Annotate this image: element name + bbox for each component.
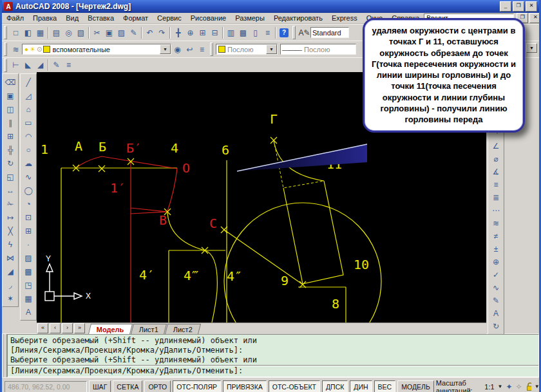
tab-next-icon[interactable]: › — [62, 323, 73, 333]
command-window-grab-bar[interactable] — [2, 334, 7, 377]
extend-icon[interactable]: ↦ — [5, 210, 17, 224]
zoom-window-icon[interactable]: ⊞ — [196, 26, 209, 39]
status-toggle-вес[interactable]: ВЕС — [374, 380, 396, 392]
layer-lock-icon[interactable]: ⊙ — [37, 46, 42, 53]
gradient-icon[interactable]: ▩ — [23, 265, 35, 278]
annotation-scale-value[interactable]: 1:1 — [484, 383, 494, 391]
polyline-icon[interactable]: ◿ — [23, 89, 35, 102]
status-toggle-шаг[interactable]: ШАГ — [89, 380, 111, 392]
dim-diameter-icon[interactable]: ⌀ — [490, 153, 502, 165]
annotation-scale-arrow-icon[interactable]: ▼ — [498, 384, 503, 389]
toolbar-grip[interactable] — [210, 42, 213, 56]
doc-close-button[interactable]: ✕ — [529, 13, 541, 23]
status-toggle-дпск[interactable]: ДПСК — [322, 380, 348, 392]
plot-icon[interactable]: ▤ — [50, 26, 62, 39]
tab-модель[interactable]: Модель — [88, 324, 133, 334]
layer-properties-icon[interactable]: ≋ — [10, 43, 22, 55]
lineweight-combo-arrow[interactable]: ▼ — [526, 43, 537, 53]
arc-icon[interactable]: ◠ — [23, 129, 35, 143]
tab-лист1[interactable]: Лист1 — [131, 324, 167, 334]
copy-icon[interactable]: ▣ — [103, 26, 115, 39]
hatch-icon[interactable]: ▨ — [23, 251, 35, 265]
spline-icon[interactable]: ∿ — [23, 170, 35, 183]
zoom-previous-icon[interactable]: ⊟ — [209, 26, 221, 39]
copy-obj-icon[interactable]: ▣ — [5, 89, 17, 102]
menu-вставка[interactable]: Вставка — [83, 14, 119, 23]
toolbar-grip[interactable] — [4, 26, 7, 39]
wedge-dim-icon[interactable]: ◢ — [34, 59, 46, 71]
text-style-combo[interactable]: Standard — [310, 27, 349, 38]
save-icon[interactable]: ▦ — [34, 26, 46, 39]
dim-baseline-icon[interactable]: ≣ — [490, 191, 502, 204]
publish-icon[interactable]: ▧ — [75, 26, 87, 39]
layer-previous-icon[interactable]: ↩ — [184, 43, 196, 55]
region-icon[interactable]: ◳ — [23, 278, 35, 292]
status-menu-arrow-icon[interactable]: ▼ — [535, 384, 540, 389]
multiline-text-icon[interactable]: A — [23, 305, 35, 319]
restore-button[interactable]: ❐ — [513, 1, 524, 12]
fillet-icon[interactable]: ◞ — [5, 278, 17, 292]
coordinates-readout[interactable]: 486.70, 962.52, 0.00 — [5, 381, 87, 392]
zoom-realtime-icon[interactable]: ⊕ — [184, 26, 196, 39]
annotation-visibility-icon[interactable]: ✦ — [506, 382, 512, 391]
dim-angular-icon[interactable]: ∡ — [490, 165, 502, 178]
new-icon[interactable]: □ — [10, 26, 22, 39]
menu-express[interactable]: Express — [327, 14, 362, 23]
point-icon[interactable]: ∙ — [23, 238, 35, 251]
dim-edit-icon[interactable]: ✎ — [490, 294, 502, 307]
open-icon[interactable]: ◧ — [22, 26, 34, 39]
color-combo-arrow[interactable]: ▼ — [266, 44, 277, 54]
layer-on-icon[interactable]: ● — [24, 46, 28, 53]
offset-icon[interactable]: ∥ — [5, 116, 17, 129]
revision-cloud-icon[interactable]: ☁ — [23, 156, 35, 170]
close-button[interactable]: ✕ — [526, 1, 537, 12]
trim-icon[interactable]: ✁ — [5, 197, 17, 210]
line-icon[interactable]: ╱ — [23, 75, 35, 89]
wedge-icon[interactable]: ◣ — [22, 59, 34, 71]
undo-icon[interactable]: ↶ — [144, 26, 156, 39]
dim-jogged-icon[interactable]: ∠ — [490, 140, 502, 153]
pan-icon[interactable]: ╋ — [172, 26, 184, 39]
tab-last-icon[interactable]: » — [74, 323, 85, 333]
break-at-point-icon[interactable]: ╳ — [5, 224, 17, 238]
text-style-icon[interactable]: A✎ — [298, 26, 310, 39]
dim-linear-small-icon[interactable]: ⊢ — [10, 59, 22, 71]
designcenter-icon[interactable]: ▩ — [237, 26, 249, 39]
dim-text-edit-icon[interactable]: A — [490, 307, 502, 320]
toolbar-lock-icon[interactable] — [526, 382, 531, 391]
menu-размеры[interactable]: Размеры — [231, 14, 269, 23]
rotate-icon[interactable]: ↻ — [5, 156, 17, 170]
tool-palettes-icon[interactable]: ▯ — [249, 26, 261, 39]
mirror-icon[interactable]: ◫ — [5, 102, 17, 116]
menu-сервис[interactable]: Сервис — [153, 14, 186, 23]
explode-icon[interactable]: ✶ — [5, 292, 17, 305]
stretch-icon[interactable]: ↔ — [5, 183, 17, 197]
preview-icon[interactable]: ◎ — [62, 26, 75, 39]
calculator-icon[interactable]: ≡ — [261, 26, 274, 39]
scale-list-icon[interactable]: ≡ — [62, 59, 75, 71]
dim-break-icon[interactable]: ≠ — [490, 230, 502, 243]
dim-update-icon[interactable]: ↻ — [490, 320, 502, 333]
dim-continue-icon[interactable]: ⋯ — [490, 204, 502, 217]
status-toggle-сетка[interactable]: СЕТКА — [113, 380, 142, 392]
dim-inspect-icon[interactable]: ✓ — [490, 268, 502, 281]
match-properties-icon[interactable]: ✎ — [128, 26, 140, 39]
status-toggle-дин[interactable]: ДИН — [350, 380, 372, 392]
ellipse-arc-icon[interactable]: ◔ — [23, 197, 35, 210]
move-icon[interactable]: ╬ — [5, 143, 17, 156]
layer-states-icon[interactable]: ≡ — [196, 43, 208, 55]
erase-icon[interactable]: ⌫ — [5, 75, 17, 89]
status-toggle-модель[interactable]: МОДЕЛЬ — [397, 380, 434, 392]
annotate-icon[interactable]: ✎ — [50, 59, 62, 71]
menu-рисование[interactable]: Рисование — [186, 14, 231, 23]
layer-combo[interactable]: ● ☀ ⊙ вспомогательные ▼ — [22, 44, 171, 55]
menu-редактировать[interactable]: Редактировать — [269, 14, 327, 23]
properties-icon[interactable]: ▥ — [225, 26, 237, 39]
tab-prev-icon[interactable]: ‹ — [50, 323, 61, 333]
break-icon[interactable]: ϟ — [5, 238, 17, 251]
toolbar-grip[interactable] — [4, 59, 7, 72]
annotation-autoscale-icon[interactable]: ✧ — [516, 382, 522, 391]
circle-icon[interactable]: ○ — [23, 143, 35, 156]
quick-dim-icon[interactable]: ≡ — [490, 178, 502, 191]
dim-tolerance-icon[interactable]: ± — [490, 243, 502, 256]
